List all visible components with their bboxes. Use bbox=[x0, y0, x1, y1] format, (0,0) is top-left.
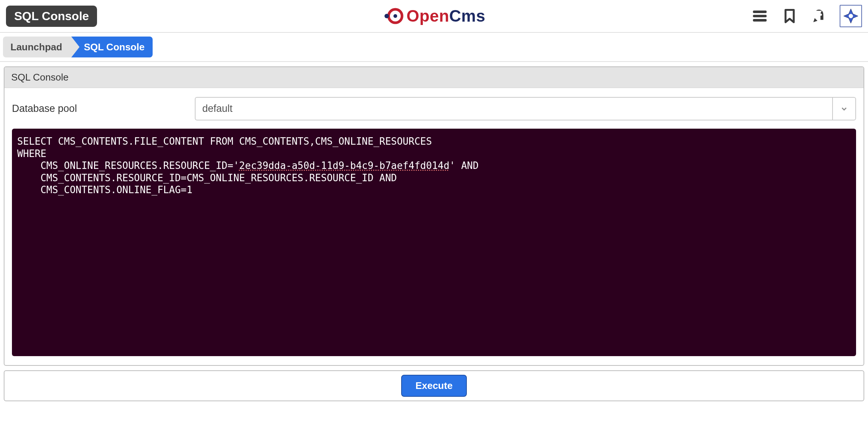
page-title-pill: SQL Console bbox=[6, 6, 97, 27]
svg-rect-3 bbox=[753, 10, 767, 13]
logo-text-cms: Cms bbox=[449, 7, 485, 25]
action-bar: Execute bbox=[4, 370, 864, 401]
db-pool-select[interactable]: default bbox=[195, 97, 856, 120]
db-pool-row: Database pool default bbox=[12, 97, 856, 120]
breadcrumb-sql-console[interactable]: SQL Console bbox=[71, 37, 153, 57]
app-favicon-icon[interactable] bbox=[840, 5, 862, 27]
logo-text-open: Open bbox=[406, 7, 449, 25]
svg-point-6 bbox=[820, 13, 822, 16]
logo: OpenCms bbox=[383, 5, 485, 27]
opencms-logo-icon bbox=[383, 5, 404, 27]
breadcrumb-launchpad[interactable]: Launchpad bbox=[3, 37, 71, 57]
rocket-icon[interactable] bbox=[810, 6, 829, 26]
top-bar: SQL Console OpenCms bbox=[0, 0, 868, 33]
execute-button[interactable]: Execute bbox=[401, 375, 467, 397]
panel-title: SQL Console bbox=[4, 67, 864, 88]
svg-point-2 bbox=[393, 14, 397, 18]
top-bar-actions bbox=[750, 5, 862, 27]
bookmark-icon[interactable] bbox=[780, 6, 799, 26]
menu-icon[interactable] bbox=[750, 6, 769, 26]
db-pool-label: Database pool bbox=[12, 103, 187, 114]
sql-editor[interactable]: SELECT CMS_CONTENTS.FILE_CONTENT FROM CM… bbox=[12, 129, 856, 356]
sql-console-panel: SQL Console Database pool default SELECT… bbox=[4, 66, 864, 366]
chevron-down-icon[interactable] bbox=[832, 97, 856, 120]
breadcrumb: Launchpad SQL Console bbox=[0, 33, 868, 62]
svg-rect-4 bbox=[753, 15, 767, 18]
svg-point-1 bbox=[384, 14, 389, 18]
svg-point-8 bbox=[849, 14, 853, 18]
svg-rect-5 bbox=[753, 19, 767, 22]
db-pool-value[interactable]: default bbox=[195, 97, 832, 120]
